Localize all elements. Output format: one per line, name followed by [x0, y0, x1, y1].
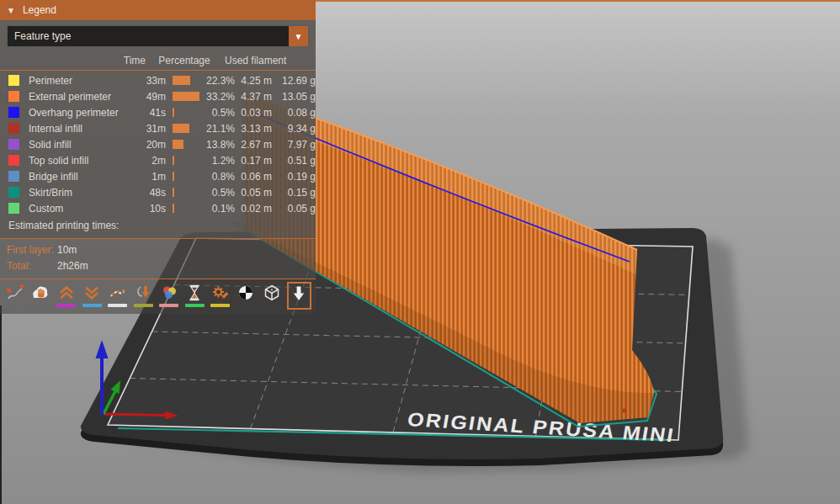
first-layer-label: First layer: [7, 244, 57, 256]
total-value: 2h26m [57, 260, 88, 272]
feature-filament-weight: 0.19 g [277, 171, 316, 183]
feature-label: Custom [29, 203, 132, 215]
feature-percentage-bar [173, 92, 201, 101]
seams-icon[interactable] [107, 283, 129, 307]
deretractions-icon[interactable] [82, 283, 104, 307]
printing-times-section: First layer: 10m Total: 2h26m [0, 239, 316, 279]
color-changes-icon[interactable] [158, 283, 180, 307]
feature-color-swatch [8, 75, 19, 86]
feature-percent: 22.3% [201, 75, 235, 87]
feature-filament-length: 0.02 m [237, 203, 272, 215]
estimated-times-heading: Estimated printing times: [0, 216, 316, 235]
feature-table: Perimeter 33m 22.3% 4.25 m 12.69 g Exter… [0, 72, 316, 216]
shells-icon[interactable] [261, 283, 283, 307]
feature-row: Internal infill 31m 21.1% 3.13 m 9.34 g [0, 120, 316, 136]
divider [0, 70, 316, 71]
feature-percent: 0.8% [201, 171, 235, 183]
feature-percentage-bar [173, 108, 201, 117]
first-layer-row: First layer: 10m [0, 241, 316, 257]
feature-label: Skirt/Brim [29, 187, 132, 199]
legend-toggle-icon[interactable] [287, 282, 312, 310]
feature-filament-length: 2.67 m [237, 139, 272, 151]
feature-filament-weight: 9.34 g [277, 123, 316, 135]
feature-time: 1m [132, 171, 166, 183]
feature-time: 49m [132, 91, 166, 103]
feature-color-swatch [8, 203, 19, 214]
feature-percentage-bar [173, 172, 201, 181]
total-label: Total: [7, 260, 57, 272]
feature-percentage-bar [173, 140, 201, 149]
feature-filament-weight: 0.05 g [277, 203, 316, 215]
feature-row: Bridge infill 1m 0.8% 0.06 m 0.19 g [0, 168, 316, 184]
feature-color-swatch [8, 123, 19, 134]
feature-percent: 1.2% [201, 155, 235, 167]
view-type-value: Feature type [8, 30, 71, 42]
feature-filament-length: 0.05 m [237, 187, 272, 199]
feature-percentage-bar [173, 76, 201, 85]
legend-title: Legend [23, 4, 56, 16]
feature-row: External perimeter 49m 33.2% 4.37 m 13.0… [0, 88, 316, 104]
dropdown-arrow-icon[interactable]: ▼ [289, 26, 308, 46]
feature-filament-length: 0.17 m [237, 155, 272, 167]
collapse-icon[interactable]: ▼ [7, 6, 15, 15]
feature-time: 2m [132, 155, 166, 167]
col-percentage: Percentage [152, 55, 216, 66]
feature-row: Custom 10s 0.1% 0.02 m 0.05 g [0, 200, 316, 216]
feature-percent: 33.2% [201, 91, 235, 103]
tool-changes-icon[interactable] [133, 283, 155, 307]
feature-percentage-bar [173, 124, 201, 133]
feature-label: Overhang perimeter [29, 107, 132, 119]
feature-percent: 13.8% [201, 139, 235, 151]
feature-time: 10s [132, 203, 166, 215]
feature-filament-weight: 0.15 g [277, 187, 316, 199]
legend-toolbar-section [0, 279, 316, 314]
feature-percentage-bar [173, 204, 201, 213]
feature-percentage-bar [173, 156, 201, 165]
col-time: Time [29, 55, 146, 66]
legend-toolbar [0, 283, 316, 310]
feature-filament-length: 3.13 m [237, 123, 272, 135]
feature-color-swatch [8, 139, 19, 150]
feature-filament-length: 0.06 m [237, 171, 272, 183]
feature-percent: 0.5% [201, 107, 235, 119]
feature-filament-weight: 0.08 g [277, 107, 316, 119]
feature-percent: 0.1% [201, 203, 235, 215]
feature-row: Skirt/Brim 48s 0.5% 0.05 m 0.15 g [0, 184, 316, 200]
legend-panel: ▼ Legend Feature type ▼ Time Percentage … [0, 0, 316, 314]
feature-filament-length: 4.25 m [237, 75, 272, 87]
feature-filament-weight: 7.97 g [277, 139, 316, 151]
custom-gcodes-icon[interactable] [210, 283, 231, 307]
legend-header[interactable]: ▼ Legend [0, 0, 316, 20]
feature-label: External perimeter [29, 91, 132, 103]
table-header: Time Percentage Used filament [0, 52, 316, 68]
pause-prints-icon[interactable] [184, 283, 206, 307]
feature-filament-weight: 0.51 g [277, 155, 316, 167]
view-type-dropdown[interactable]: Feature type ▼ [7, 25, 309, 47]
seam-dot [622, 408, 626, 412]
feature-time: 41s [132, 107, 166, 119]
feature-color-swatch [8, 91, 19, 102]
feature-time: 20m [132, 139, 166, 151]
feature-time: 48s [132, 187, 166, 199]
center-of-gravity-icon[interactable] [236, 283, 258, 307]
feature-filament-length: 4.37 m [237, 91, 272, 103]
feature-percent: 21.1% [201, 123, 235, 135]
feature-label: Solid infill [29, 139, 132, 151]
col-used-filament: Used filament [225, 55, 286, 66]
legend-body: Feature type ▼ Time Percentage Used fila… [0, 20, 316, 239]
travels-icon[interactable] [4, 283, 26, 307]
retractions-icon[interactable] [56, 283, 77, 307]
feature-filament-weight: 12.69 g [277, 75, 316, 87]
wipe-icon[interactable] [30, 283, 52, 307]
first-layer-value: 10m [57, 244, 77, 256]
feature-color-swatch [8, 107, 19, 118]
feature-label: Bridge infill [29, 171, 132, 183]
feature-time: 33m [132, 75, 166, 87]
feature-label: Top solid infill [29, 155, 132, 167]
total-time-row: Total: 2h26m [0, 257, 316, 273]
feature-label: Perimeter [29, 75, 132, 87]
viewport-left-border [0, 305, 2, 504]
feature-time: 31m [132, 123, 166, 135]
feature-row: Solid infill 20m 13.8% 2.67 m 7.97 g [0, 136, 316, 152]
feature-filament-weight: 13.05 g [277, 91, 316, 103]
